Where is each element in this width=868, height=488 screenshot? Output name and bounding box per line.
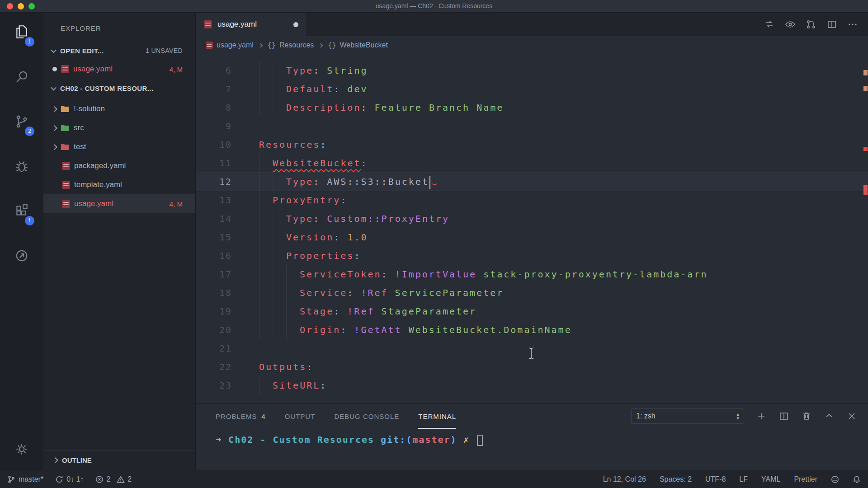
tree-item-solution-folder[interactable]: !-solution bbox=[43, 99, 195, 118]
new-terminal-icon[interactable] bbox=[756, 411, 767, 422]
panel-controls: 1: zsh ▴▾ bbox=[631, 404, 868, 429]
split-editor-icon[interactable] bbox=[826, 19, 837, 30]
code-line-7[interactable]: 7Default: dev bbox=[196, 80, 868, 99]
eol-status[interactable]: LF bbox=[739, 475, 748, 483]
code-line-14[interactable]: 14Type: Custom::ProxyEntry bbox=[196, 210, 868, 228]
code-line-10[interactable]: 10Resources: bbox=[196, 136, 868, 154]
terminal-select[interactable]: 1: zsh ▴▾ bbox=[631, 408, 744, 424]
code-line-13[interactable]: 13ProxyEntry: bbox=[196, 191, 868, 210]
code-line-18[interactable]: 18Service: !Ref ServiceParameter bbox=[196, 284, 868, 302]
indent-guide bbox=[259, 61, 273, 80]
terminal[interactable]: ➜ Ch02 - Custom Resources git:(master) ✗ bbox=[196, 429, 868, 470]
code-line-8[interactable]: 8Description: Feature Branch Name bbox=[196, 99, 868, 117]
tab-modified-dot[interactable] bbox=[293, 22, 298, 27]
code-line-12[interactable]: 12Type: AWS::S3::Bucket bbox=[196, 173, 868, 191]
open-editors-header[interactable]: OPEN EDIT... 1 UNSAVED bbox=[43, 42, 195, 60]
tree-item-packaged-yaml[interactable]: packaged.yaml bbox=[43, 156, 195, 175]
line-number: 19 bbox=[196, 302, 232, 321]
indent-guide bbox=[259, 228, 273, 247]
tab-terminal[interactable]: TERMINAL bbox=[418, 404, 456, 429]
code-line-17[interactable]: 17ServiceToken: !ImportValue stack-proxy… bbox=[196, 265, 868, 284]
code-token: !ImportValue bbox=[395, 269, 477, 280]
folder-icon bbox=[61, 124, 70, 132]
breadcrumb-file[interactable]: usage.yaml bbox=[206, 41, 254, 49]
tab-usage-yaml[interactable]: usage.yaml bbox=[196, 13, 307, 36]
close-panel-icon[interactable] bbox=[846, 411, 857, 422]
code-line-15[interactable]: 15Version: 1.0 bbox=[196, 228, 868, 247]
feedback-smiley-icon[interactable] bbox=[831, 475, 839, 483]
tree-item-test-folder[interactable]: test bbox=[43, 137, 195, 156]
breadcrumb-resources[interactable]: {} Resources bbox=[268, 41, 314, 49]
formatter-status[interactable]: Prettier bbox=[794, 475, 817, 483]
code-line-20[interactable]: 20Origin: !GetAtt WebsiteBucket.DomainNa… bbox=[196, 321, 868, 339]
code-token: : bbox=[354, 250, 361, 261]
tree-item-src-folder[interactable]: src bbox=[43, 118, 195, 137]
activitybar-search[interactable] bbox=[0, 67, 43, 89]
code-editor[interactable]: 6Type: String7Default: dev8Description: … bbox=[196, 54, 868, 403]
kill-terminal-trash-icon[interactable] bbox=[801, 411, 812, 422]
open-changes-icon[interactable] bbox=[806, 19, 816, 30]
encoding-status[interactable]: UTF-8 bbox=[705, 475, 726, 483]
line-number: 17 bbox=[196, 265, 232, 284]
more-actions-icon[interactable] bbox=[847, 19, 858, 30]
line-number: 18 bbox=[196, 284, 232, 302]
code-line-22[interactable]: 22Outputs: bbox=[196, 358, 868, 376]
outline-section-header[interactable]: OUTLINE bbox=[43, 450, 195, 470]
git-branch-status[interactable]: master* bbox=[7, 475, 43, 483]
git-problem-decoration: 4, M bbox=[170, 200, 183, 208]
project-section-header[interactable]: CH02 - CUSTOM RESOUR... bbox=[43, 79, 195, 98]
code-line-16[interactable]: 16Properties: bbox=[196, 247, 868, 265]
indent-guide bbox=[259, 247, 273, 265]
indent-guide bbox=[286, 321, 300, 339]
language-mode-status[interactable]: YAML bbox=[761, 475, 780, 483]
code-token: Resources bbox=[259, 139, 320, 150]
activitybar-source-control[interactable]: 2 bbox=[0, 112, 43, 133]
notifications-bell-icon[interactable] bbox=[853, 475, 861, 483]
tree-item-usage-yaml[interactable]: usage.yaml 4, M bbox=[43, 194, 195, 213]
indentation-status[interactable]: Spaces: 2 bbox=[660, 475, 692, 483]
activitybar-explorer[interactable]: 1 bbox=[0, 22, 43, 44]
indent-guide bbox=[259, 284, 273, 302]
maximize-panel-icon[interactable] bbox=[824, 411, 835, 422]
tree-item-label: packaged.yaml bbox=[74, 161, 126, 170]
activitybar-settings[interactable] bbox=[0, 439, 43, 461]
minimize-window-button[interactable] bbox=[18, 3, 24, 9]
code-line-21[interactable]: 21 bbox=[196, 339, 868, 358]
code-line-9[interactable]: 9 bbox=[196, 117, 868, 136]
code-token: 1.0 bbox=[347, 232, 368, 243]
line-content: Type: Custom::ProxyEntry bbox=[232, 210, 868, 228]
tab-problems[interactable]: PROBLEMS 4 bbox=[216, 404, 266, 429]
zoom-window-button[interactable] bbox=[28, 3, 35, 9]
compare-changes-icon[interactable] bbox=[764, 19, 775, 30]
activitybar-extensions[interactable]: 1 bbox=[0, 201, 43, 223]
tree-item-template-yaml[interactable]: template.yaml bbox=[43, 175, 195, 194]
cursor-position-status[interactable]: Ln 12, Col 26 bbox=[603, 475, 646, 483]
code-line-23[interactable]: 23SiteURL: bbox=[196, 376, 868, 395]
line-number: 11 bbox=[196, 154, 232, 173]
close-window-button[interactable] bbox=[7, 3, 13, 9]
breadcrumb-websitebucket[interactable]: {} WebsiteBucket bbox=[328, 41, 387, 49]
line-number: 6 bbox=[196, 61, 232, 80]
activitybar-run-debug[interactable] bbox=[0, 156, 43, 178]
activitybar-remote[interactable] bbox=[0, 246, 43, 267]
modified-dot-icon bbox=[52, 67, 57, 71]
indent-guide bbox=[286, 284, 300, 302]
search-icon bbox=[14, 69, 29, 86]
code-token: : bbox=[320, 380, 327, 391]
chevron-right-icon bbox=[52, 125, 57, 131]
code-line-19[interactable]: 19Stage: !Ref StageParameter bbox=[196, 302, 868, 321]
line-content: WebsiteBucket: bbox=[232, 154, 868, 173]
code-line-6[interactable]: 6Type: String bbox=[196, 61, 868, 80]
overview-ruler[interactable] bbox=[863, 54, 868, 403]
tab-debug-console[interactable]: DEBUG CONSOLE bbox=[334, 404, 399, 429]
code-line-11[interactable]: 11WebsiteBucket: bbox=[196, 154, 868, 173]
code-token: : bbox=[382, 269, 395, 280]
gear-icon bbox=[14, 441, 29, 459]
sync-status[interactable]: 0↓ 1↑ bbox=[55, 475, 84, 483]
problems-status[interactable]: 2 2 bbox=[95, 475, 132, 483]
split-terminal-icon[interactable] bbox=[778, 411, 789, 422]
tab-output[interactable]: OUTPUT bbox=[285, 404, 316, 429]
preview-eye-icon[interactable] bbox=[785, 19, 796, 30]
open-editor-item-usage-yaml[interactable]: usage.yaml 4, M bbox=[43, 60, 195, 79]
overview-ruler-mark bbox=[863, 86, 868, 91]
